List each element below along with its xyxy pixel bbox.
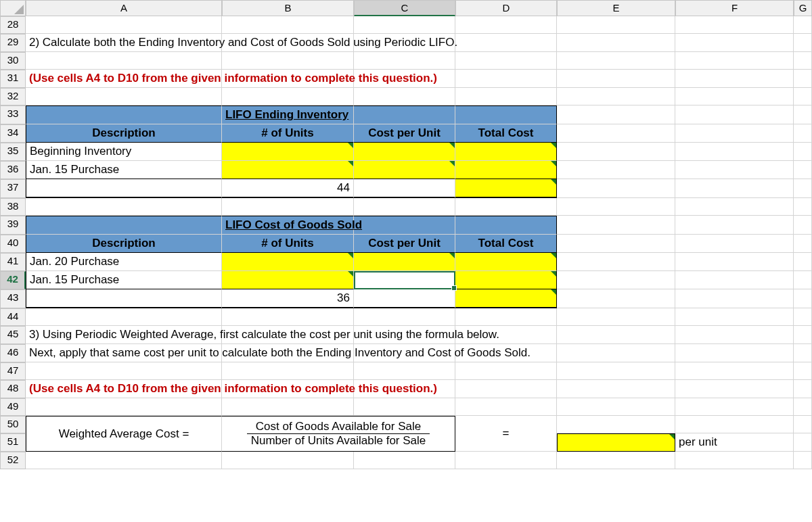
cell-A46[interactable]: Next, apply that same cost per unit to c… — [26, 344, 222, 362]
cell-G51[interactable] — [794, 433, 812, 452]
cell-D49[interactable] — [455, 398, 557, 416]
cell-A49[interactable] — [26, 398, 222, 416]
cell-G44[interactable] — [794, 308, 812, 326]
cell-F29[interactable] — [675, 34, 794, 52]
cell-F46[interactable] — [675, 344, 794, 362]
cell-A43[interactable] — [26, 289, 222, 308]
cell-E36[interactable] — [557, 161, 675, 179]
cell-E49[interactable] — [557, 398, 675, 416]
row-header-50[interactable]: 50 — [0, 416, 26, 433]
cell-E44[interactable] — [557, 308, 675, 326]
cell-E33[interactable] — [557, 105, 675, 124]
row-header-33[interactable]: 33 — [0, 105, 26, 124]
row-header-51[interactable]: 51 — [0, 433, 26, 452]
row-header-41[interactable]: 41 — [0, 253, 26, 271]
cell-F28[interactable] — [675, 16, 794, 34]
cell-A28[interactable] — [26, 16, 222, 34]
cell-G28[interactable] — [794, 16, 812, 34]
cell-E32[interactable] — [557, 88, 675, 105]
row-header-29[interactable]: 29 — [0, 34, 26, 52]
cell-G49[interactable] — [794, 398, 812, 416]
spreadsheet-grid[interactable]: A B C D E F G 28 29 2) Calculate both th… — [0, 0, 812, 469]
cell-C47[interactable] — [354, 362, 455, 380]
cell-C43[interactable] — [354, 289, 455, 308]
cell-A42[interactable]: Jan. 15 Purchase — [26, 271, 222, 289]
cell-F37[interactable] — [675, 179, 794, 198]
row-header-40[interactable]: 40 — [0, 235, 26, 253]
cell-D41[interactable] — [455, 253, 557, 271]
cell-A30[interactable] — [26, 52, 222, 70]
cell-A34[interactable]: Description — [26, 124, 222, 143]
cell-F43[interactable] — [675, 289, 794, 308]
row-header-34[interactable]: 34 — [0, 124, 26, 143]
cell-A31[interactable]: (Use cells A4 to D10 from the given info… — [26, 70, 222, 88]
cell-F42[interactable] — [675, 271, 794, 289]
row-header-46[interactable]: 46 — [0, 344, 26, 362]
row-header-47[interactable]: 47 — [0, 362, 26, 380]
cell-D52[interactable] — [455, 452, 557, 469]
cell-F32[interactable] — [675, 88, 794, 105]
cell-E41[interactable] — [557, 253, 675, 271]
cell-A32[interactable] — [26, 88, 222, 105]
cell-G52[interactable] — [794, 452, 812, 469]
cell-G45[interactable] — [794, 326, 812, 344]
cell-B40[interactable]: # of Units — [222, 235, 354, 253]
cell-A29[interactable]: 2) Calculate both the Ending Inventory a… — [26, 34, 222, 52]
cell-F45[interactable] — [675, 326, 794, 344]
cell-A39[interactable] — [26, 216, 222, 235]
row-header-28[interactable]: 28 — [0, 16, 26, 34]
cell-G43[interactable] — [794, 289, 812, 308]
cell-D44[interactable] — [455, 308, 557, 326]
cell-F30[interactable] — [675, 52, 794, 70]
row-header-43[interactable]: 43 — [0, 289, 26, 308]
cell-C36[interactable] — [354, 161, 455, 179]
cell-B39[interactable]: LIFO Cost of Goods Sold — [222, 216, 354, 235]
cell-D35[interactable] — [455, 143, 557, 161]
cell-C37[interactable] — [354, 179, 455, 198]
cell-E39[interactable] — [557, 216, 675, 235]
row-header-52[interactable]: 52 — [0, 452, 26, 469]
col-header-F[interactable]: F — [675, 0, 794, 16]
cell-G46[interactable] — [794, 344, 812, 362]
row-header-45[interactable]: 45 — [0, 326, 26, 344]
cell-G29[interactable] — [794, 34, 812, 52]
row-header-35[interactable]: 35 — [0, 143, 26, 161]
col-header-E[interactable]: E — [557, 0, 675, 16]
cell-B32[interactable] — [222, 88, 354, 105]
cell-D40[interactable]: Total Cost — [455, 235, 557, 253]
cell-B35[interactable] — [222, 143, 354, 161]
cell-B50[interactable]: Cost of Goods Available for Sale Number … — [222, 416, 455, 452]
cell-F38[interactable] — [675, 198, 794, 216]
cell-D30[interactable] — [455, 52, 557, 70]
cell-E37[interactable] — [557, 179, 675, 198]
cell-D37[interactable] — [455, 179, 557, 198]
cell-E38[interactable] — [557, 198, 675, 216]
cell-F51[interactable]: per unit — [675, 433, 794, 452]
cell-F40[interactable] — [675, 235, 794, 253]
cell-C35[interactable] — [354, 143, 455, 161]
cell-C41[interactable] — [354, 253, 455, 271]
cell-G47[interactable] — [794, 362, 812, 380]
row-header-37[interactable]: 37 — [0, 179, 26, 198]
cell-A50[interactable]: Weighted Average Cost = — [26, 416, 222, 452]
row-header-39[interactable]: 39 — [0, 216, 26, 235]
cell-F41[interactable] — [675, 253, 794, 271]
cell-D38[interactable] — [455, 198, 557, 216]
cell-D33[interactable] — [455, 105, 557, 124]
cell-E30[interactable] — [557, 52, 675, 70]
cell-E40[interactable] — [557, 235, 675, 253]
cell-B34[interactable]: # of Units — [222, 124, 354, 143]
cell-F39[interactable] — [675, 216, 794, 235]
cell-A38[interactable] — [26, 198, 222, 216]
row-header-42[interactable]: 42 — [0, 271, 26, 289]
row-header-44[interactable]: 44 — [0, 308, 26, 326]
cell-E29[interactable] — [557, 34, 675, 52]
cell-E52[interactable] — [557, 452, 675, 469]
cell-G48[interactable] — [794, 380, 812, 398]
cell-A37[interactable] — [26, 179, 222, 198]
cell-E31[interactable] — [557, 70, 675, 88]
cell-C44[interactable] — [354, 308, 455, 326]
cell-G39[interactable] — [794, 216, 812, 235]
col-header-C[interactable]: C — [354, 0, 455, 16]
cell-D32[interactable] — [455, 88, 557, 105]
